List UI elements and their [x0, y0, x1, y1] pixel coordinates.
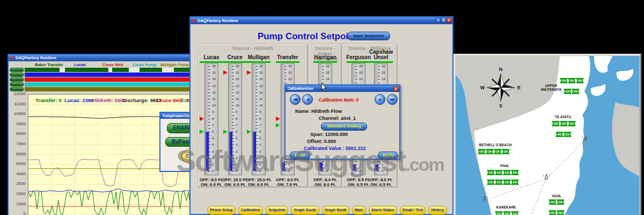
enabled-button-2[interactable]: Enabled. [10, 77, 24, 82]
done-button[interactable]: Done [290, 152, 310, 160]
slider-tick-label: 1 [212, 163, 218, 166]
ok-status-marker[interactable]: OK [503, 170, 511, 175]
nav-button-email-text[interactable]: Email / Text [400, 206, 426, 215]
nav-button-graph-north[interactable]: Graph North [322, 206, 349, 215]
level-slider[interactable]: 012345678910111213141516 [228, 63, 242, 175]
restore-button[interactable]: ❐ [441, 18, 446, 23]
ok-status-marker[interactable]: OK [564, 132, 572, 137]
ok-status-marker[interactable]: OK [564, 89, 572, 94]
ok-status-marker[interactable]: OK [486, 149, 494, 154]
slider-tick-label: 12 [259, 91, 265, 94]
ok-status-marker[interactable]: OK [557, 199, 565, 205]
close-button[interactable]: ✕ [447, 18, 451, 23]
ok-status-marker[interactable]: OK [548, 210, 557, 215]
ok-status-marker[interactable]: OK [568, 121, 576, 126]
slider-tick-label: 6 [259, 130, 265, 133]
enabled-button-3[interactable]: Enabled. [10, 82, 24, 87]
slider-tick-label: 1 [259, 163, 265, 166]
minimize-button[interactable]: – [436, 18, 441, 23]
level-fill [282, 162, 285, 171]
on-marker[interactable] [247, 130, 251, 134]
ok-status-marker[interactable]: OK [511, 170, 519, 175]
channel-id-label: Channel: ain4_1 [319, 116, 356, 121]
ok-status-marker[interactable]: OK [495, 180, 503, 185]
ok-status-marker[interactable]: OK [572, 89, 580, 94]
slider-tick-label: 10 [259, 104, 265, 107]
ok-status-marker[interactable]: OK [555, 132, 564, 137]
slider-tick-label: 11 [259, 97, 265, 101]
slider-tick-label: 16 [382, 64, 387, 68]
ok-status-marker[interactable]: OK [487, 170, 495, 175]
ok-status-marker[interactable]: OK [511, 211, 519, 215]
level-fill [229, 132, 232, 171]
map-content[interactable]: NESWUPPER WAITEMATAOKOKOKOKOKTE ATATUOKO… [456, 56, 639, 215]
nav-button-graph-south[interactable]: Graph South [291, 206, 319, 215]
slider-tick-label: 4 [212, 143, 218, 146]
ok-status-marker[interactable]: OK [576, 78, 584, 83]
ok-status-marker[interactable]: OK [478, 149, 486, 154]
slider-tick-label: 10 [212, 104, 218, 107]
ok-status-marker[interactable]: OK [487, 180, 495, 185]
site-label-upper-waitemata: UPPER WAITEMATA [541, 84, 561, 91]
ok-status-marker[interactable]: OK [568, 78, 576, 83]
prev-item-button[interactable]: ◀ [302, 94, 313, 105]
off-setpoint-label: OFF: 8.0 Ft. [364, 177, 398, 182]
enabled-button-0[interactable]: Enabled. [10, 68, 24, 72]
nav-button-phone-setup[interactable]: Phone Setup [207, 206, 236, 215]
slider-tick-label: 15 [212, 71, 218, 74]
pump-status-underline [347, 61, 370, 63]
ok-status-marker[interactable]: OK [503, 211, 511, 215]
slider-tick-label: 1 [382, 163, 387, 166]
nav-button-alarm-status[interactable]: Alarm Status [369, 206, 397, 215]
first-item-button[interactable]: ◀◀ [290, 94, 301, 105]
level-slider[interactable]: 012345678910111213141516 [204, 63, 218, 175]
enabled-button-4[interactable]: Enabled. [10, 87, 24, 91]
slider-tick-label: 9 [236, 110, 241, 113]
nav-button-history[interactable]: History [428, 206, 447, 215]
ok-status-marker[interactable]: OK [552, 121, 560, 126]
y-tick-10000: 10000 [9, 111, 26, 116]
slider-tick-label: 16 [359, 64, 365, 68]
ok-status-marker[interactable]: OK [560, 78, 568, 83]
off-marker[interactable] [276, 117, 280, 121]
y-tick-9000: 9000 [9, 121, 26, 126]
ok-status-marker[interactable]: OK [503, 180, 511, 185]
nav-button-main[interactable]: Main [352, 206, 366, 215]
ok-status-marker[interactable]: OK [557, 210, 565, 215]
ok-status-marker[interactable]: OK [548, 199, 557, 205]
slider-tick-label: 3 [212, 150, 218, 153]
off-marker[interactable] [223, 70, 228, 75]
setpoints-window-titlebar[interactable]: DAQFactory Runtime – ❐ ✕ [191, 17, 452, 24]
ok-status-marker[interactable]: OK [494, 149, 502, 154]
setpoints-window-title: DAQFactory Runtime [197, 18, 238, 23]
ok-status-marker[interactable]: OK [495, 170, 503, 175]
ok-status-marker[interactable]: OK [560, 121, 568, 126]
radio-tower-icon [542, 173, 551, 181]
standard-analog-button[interactable]: Standard Analog [321, 123, 367, 131]
nav-button-setpoints[interactable]: Setpoints [266, 206, 288, 215]
enabled-button-1[interactable]: Enabled. [10, 73, 24, 77]
level-slider[interactable]: 012345678910111213141516 [252, 63, 266, 175]
nav-button-calibration[interactable]: Calibration [238, 206, 264, 215]
slider-tick-label: 13 [212, 84, 218, 88]
ok-status-marker[interactable]: OK [511, 180, 519, 185]
slider-tick-label: 9 [259, 110, 265, 113]
on-marker[interactable] [276, 123, 280, 127]
pump-name-label: Lucas [199, 46, 224, 60]
on-marker[interactable] [223, 130, 228, 134]
on-marker[interactable] [200, 130, 204, 134]
next-item-button[interactable]: ▶ [375, 94, 385, 105]
pump-column-cruce: Cruce012345678910111213141516OFF: 15.0 F… [222, 47, 248, 182]
readout-0: Transfer: 0 [35, 97, 62, 103]
save-setpoints-button[interactable]: Save Setpoints [347, 32, 390, 40]
status-bar-gap [108, 68, 112, 72]
ok-status-marker[interactable]: OK [495, 211, 503, 215]
off-marker[interactable] [247, 70, 251, 75]
apply-button[interactable]: Apply [378, 152, 398, 160]
off-marker[interactable] [200, 117, 204, 121]
close-icon[interactable]: ✕ [393, 87, 398, 91]
calibration-dialog-titlebar[interactable]: CalibrationUser ✕ [286, 85, 399, 92]
ok-status-marker[interactable]: OK [502, 149, 510, 154]
last-item-button[interactable]: ▶▶ [387, 94, 398, 105]
readout-2: Hildreth: 5501 [92, 97, 126, 103]
